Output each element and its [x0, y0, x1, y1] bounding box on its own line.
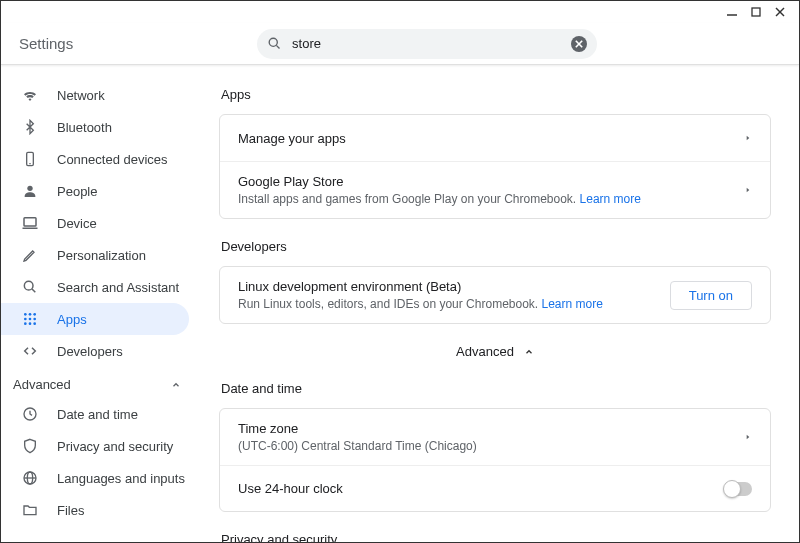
- sidebar-advanced-label: Advanced: [13, 377, 71, 392]
- svg-point-19: [29, 318, 32, 321]
- person-icon: [21, 182, 39, 200]
- sidebar-item-label: Privacy and security: [57, 439, 173, 454]
- sidebar-item-label: Apps: [57, 312, 87, 327]
- globe-icon: [21, 469, 39, 487]
- phone-icon: [21, 150, 39, 168]
- svg-point-22: [29, 322, 32, 325]
- sidebar-item-date-time[interactable]: Date and time: [1, 398, 189, 430]
- sidebar-item-label: People: [57, 184, 97, 199]
- sidebar-item-label: Bluetooth: [57, 120, 112, 135]
- laptop-icon: [21, 214, 39, 232]
- sidebar-item-people[interactable]: People: [1, 175, 189, 207]
- section-heading-datetime: Date and time: [221, 381, 771, 396]
- row-subtitle: Install apps and games from Google Play …: [238, 192, 744, 206]
- row-manage-apps[interactable]: Manage your apps: [220, 115, 770, 161]
- sidebar-item-label: Connected devices: [57, 152, 168, 167]
- section-heading-developers: Developers: [221, 239, 771, 254]
- chevron-up-icon: [524, 347, 534, 357]
- sidebar-item-developers[interactable]: Developers: [1, 335, 189, 367]
- learn-more-link[interactable]: Learn more: [580, 192, 641, 206]
- advanced-label: Advanced: [456, 344, 514, 359]
- clock-icon: [21, 405, 39, 423]
- sidebar-item-label: Developers: [57, 344, 123, 359]
- close-icon[interactable]: [775, 7, 785, 17]
- apps-card: Manage your apps Google Play Store Insta…: [219, 114, 771, 219]
- row-title: Use 24-hour clock: [238, 481, 724, 496]
- svg-point-16: [29, 313, 32, 316]
- sidebar-item-bluetooth[interactable]: Bluetooth: [1, 111, 189, 143]
- sidebar-item-files[interactable]: Files: [1, 494, 189, 526]
- sidebar-item-label: Device: [57, 216, 97, 231]
- section-heading-privacy: Privacy and security: [221, 532, 771, 542]
- sidebar-item-label: Files: [57, 503, 84, 518]
- sidebar-item-label: Network: [57, 88, 105, 103]
- sidebar-item-label: Personalization: [57, 248, 146, 263]
- sidebar-item-network[interactable]: Network: [1, 79, 189, 111]
- row-title: Linux development environment (Beta): [238, 279, 670, 294]
- wifi-icon: [21, 86, 39, 104]
- turn-on-button[interactable]: Turn on: [670, 281, 752, 310]
- sidebar-item-connected-devices[interactable]: Connected devices: [1, 143, 189, 175]
- sidebar-item-label: Search and Assistant: [57, 280, 179, 295]
- chevron-right-icon: [744, 432, 752, 442]
- svg-point-18: [24, 318, 27, 321]
- developers-card: Linux development environment (Beta) Run…: [219, 266, 771, 324]
- pencil-icon: [21, 246, 39, 264]
- svg-point-21: [24, 322, 27, 325]
- code-icon: [21, 342, 39, 360]
- svg-point-4: [269, 38, 277, 46]
- apps-grid-icon: [21, 310, 39, 328]
- bluetooth-icon: [21, 118, 39, 136]
- datetime-card: Time zone (UTC-6:00) Central Standard Ti…: [219, 408, 771, 512]
- row-subtitle: Run Linux tools, editors, and IDEs on yo…: [238, 297, 670, 311]
- search-icon: [21, 278, 39, 296]
- svg-rect-11: [24, 218, 36, 226]
- advanced-toggle[interactable]: Advanced: [219, 344, 771, 359]
- svg-point-20: [33, 318, 36, 321]
- svg-rect-1: [752, 8, 760, 16]
- maximize-icon[interactable]: [751, 7, 761, 17]
- sidebar: Network Bluetooth Connected devices Peop…: [1, 65, 201, 542]
- sidebar-item-device[interactable]: Device: [1, 207, 189, 239]
- svg-point-13: [24, 281, 33, 290]
- search-icon: [267, 36, 282, 51]
- row-subtitle: (UTC-6:00) Central Standard Time (Chicag…: [238, 439, 744, 453]
- sidebar-item-label: Languages and inputs: [57, 471, 185, 486]
- learn-more-link[interactable]: Learn more: [542, 297, 603, 311]
- sidebar-item-search-assistant[interactable]: Search and Assistant: [1, 271, 189, 303]
- header: Settings: [1, 23, 799, 65]
- window-titlebar: [1, 1, 799, 23]
- row-google-play-store[interactable]: Google Play Store Install apps and games…: [220, 161, 770, 218]
- folder-icon: [21, 501, 39, 519]
- svg-point-10: [27, 186, 32, 191]
- section-heading-apps: Apps: [221, 87, 771, 102]
- row-time-zone[interactable]: Time zone (UTC-6:00) Central Standard Ti…: [220, 409, 770, 465]
- chevron-right-icon: [744, 133, 752, 143]
- svg-line-5: [276, 45, 279, 48]
- sidebar-item-privacy-security[interactable]: Privacy and security: [1, 430, 189, 462]
- main-content: Apps Manage your apps Google Play Store …: [201, 65, 799, 542]
- sidebar-advanced-toggle[interactable]: Advanced: [1, 367, 201, 398]
- minimize-icon[interactable]: [727, 7, 737, 17]
- chevron-up-icon: [171, 380, 181, 390]
- svg-point-15: [24, 313, 27, 316]
- chevron-right-icon: [744, 185, 752, 195]
- sidebar-item-apps[interactable]: Apps: [1, 303, 189, 335]
- sidebar-item-personalization[interactable]: Personalization: [1, 239, 189, 271]
- search-input[interactable]: [292, 36, 571, 51]
- svg-line-14: [32, 289, 35, 292]
- row-24-hour-clock: Use 24-hour clock: [220, 465, 770, 511]
- search-box[interactable]: [257, 29, 597, 59]
- clear-search-icon[interactable]: [571, 36, 587, 52]
- svg-point-23: [33, 322, 36, 325]
- sidebar-item-languages[interactable]: Languages and inputs: [1, 462, 189, 494]
- toggle-24-hour-clock[interactable]: [724, 482, 752, 496]
- row-linux-dev-env: Linux development environment (Beta) Run…: [220, 267, 770, 323]
- row-title: Google Play Store: [238, 174, 744, 189]
- row-title: Time zone: [238, 421, 744, 436]
- sidebar-item-label: Date and time: [57, 407, 138, 422]
- row-title: Manage your apps: [238, 131, 744, 146]
- page-title: Settings: [19, 35, 73, 52]
- svg-point-17: [33, 313, 36, 316]
- shield-icon: [21, 437, 39, 455]
